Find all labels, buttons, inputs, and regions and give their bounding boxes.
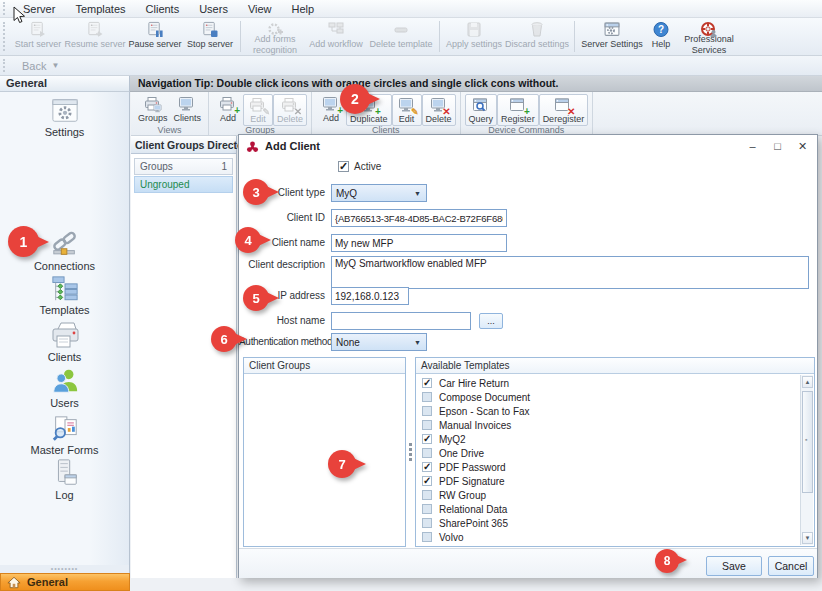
active-checkbox[interactable] [338, 161, 349, 172]
template-checkbox[interactable] [422, 504, 432, 514]
query-button[interactable]: Query [465, 94, 498, 126]
client-id-input[interactable] [331, 209, 507, 227]
views-groups-button[interactable]: Groups [135, 94, 171, 124]
minimize-button[interactable]: – [740, 135, 765, 157]
client-name-input[interactable] [331, 234, 507, 252]
menu-help[interactable]: Help [283, 1, 324, 17]
template-row[interactable]: SharePoint 365 [416, 516, 814, 530]
save-button[interactable]: Save [706, 556, 762, 576]
clients-icon [49, 320, 81, 350]
discard-settings-button[interactable]: Discard settings [504, 18, 570, 55]
template-checkbox[interactable] [422, 406, 432, 416]
ip-address-input[interactable] [331, 287, 409, 305]
scrollbar-thumb[interactable] [802, 391, 813, 493]
template-row[interactable]: One Drive [416, 446, 814, 460]
template-label: PDF Signature [439, 476, 505, 487]
groups-edit-button[interactable]: ✎ Edit [243, 94, 273, 126]
template-row[interactable]: Epson - Scan to Fax [416, 404, 814, 418]
sidebar-item-templates[interactable]: Templates [0, 275, 129, 316]
menu-view[interactable]: View [239, 1, 281, 17]
client-type-combobox[interactable]: MyQ ▼ [331, 184, 427, 202]
scroll-up-icon[interactable]: ▲ [802, 376, 813, 388]
sidebar-grip[interactable]: •••••••• [0, 565, 130, 573]
professional-services-button[interactable]: Professional Services [677, 18, 741, 55]
template-checkbox[interactable] [422, 476, 432, 486]
sidebar-footer-general[interactable]: General [0, 573, 130, 591]
ribbon-group-clients: + Add + Duplicate ✎ Edit ✕ Delete Client… [312, 92, 461, 135]
template-checkbox[interactable] [422, 532, 432, 542]
template-row[interactable]: Relational Data [416, 502, 814, 516]
delete-client-icon: ✕ [430, 97, 448, 114]
template-row[interactable]: Car Hire Return [416, 376, 814, 390]
server-settings-button[interactable]: Server Settings [579, 18, 645, 55]
authentication-method-combobox[interactable]: None ▼ [331, 333, 427, 351]
menu-clients[interactable]: Clients [137, 1, 189, 17]
pause-server-icon [146, 21, 164, 38]
apply-settings-button[interactable]: Apply settings [444, 18, 504, 55]
clients-edit-button[interactable]: ✎ Edit [392, 94, 422, 126]
clients-delete-button[interactable]: ✕ Delete [422, 94, 456, 126]
available-templates-list: Car Hire ReturnCompose DocumentEpson - S… [416, 374, 814, 544]
client-description-input[interactable]: MyQ Smartworkflow enabled MFP [331, 256, 809, 289]
template-label: Relational Data [439, 504, 507, 515]
add-forms-recognition-button[interactable]: Add forms recognition [245, 18, 305, 55]
views-clients-button[interactable]: Clients [171, 94, 205, 124]
template-checkbox[interactable] [422, 378, 432, 388]
close-button[interactable]: ✕ [790, 135, 815, 157]
menu-templates[interactable]: Templates [66, 1, 134, 17]
client-groups-list[interactable] [244, 374, 405, 545]
sidebar-item-log[interactable]: Log [0, 458, 129, 501]
template-label: One Drive [439, 448, 484, 459]
template-checkbox[interactable] [422, 490, 432, 500]
template-row[interactable]: Compose Document [416, 390, 814, 404]
template-checkbox[interactable] [422, 420, 432, 430]
delete-template-button[interactable]: Delete template [367, 18, 435, 55]
template-checkbox[interactable] [422, 448, 432, 458]
template-label: PDF Password [439, 462, 506, 473]
navigation-tip: Navigation Tip: Double click icons with … [130, 76, 822, 92]
template-row[interactable]: PDF Signature [416, 474, 814, 488]
template-row[interactable]: Volvo [416, 530, 814, 544]
groups-view-icon [144, 96, 162, 113]
groups-add-button[interactable]: + Add [213, 94, 243, 124]
deregister-button[interactable]: ✕ Deregister [539, 94, 589, 126]
settings-icon [50, 97, 80, 125]
sidebar-item-master-forms[interactable]: Master Forms [0, 415, 129, 456]
menu-users[interactable]: Users [190, 1, 237, 17]
sidebar-item-users[interactable]: Users [0, 366, 129, 409]
templates-icon [50, 275, 80, 303]
panel-splitter[interactable] [407, 357, 414, 547]
menu-bar: Server Templates Clients Users View Help [0, 0, 822, 18]
sidebar-item-clients[interactable]: Clients [0, 320, 129, 363]
template-row[interactable]: MyQ2 [416, 432, 814, 446]
template-row[interactable]: PDF Password [416, 460, 814, 474]
groups-delete-button[interactable]: ✕ Delete [273, 94, 307, 126]
host-name-input[interactable] [331, 312, 471, 330]
host-name-browse-button[interactable]: ... [479, 313, 503, 329]
scroll-down-icon[interactable]: ▼ [802, 532, 813, 544]
register-button[interactable]: + Register [497, 94, 539, 126]
template-label: SharePoint 365 [439, 518, 508, 529]
template-checkbox[interactable] [422, 518, 432, 528]
back-button[interactable]: Back ▼ [14, 59, 67, 73]
maximize-button[interactable]: □ [765, 135, 790, 157]
template-row[interactable]: Manual Invoices [416, 418, 814, 432]
template-label: Volvo [439, 532, 463, 543]
resume-server-button[interactable]: Resume server [64, 18, 126, 55]
directory-groups-header[interactable]: Groups 1 [134, 158, 233, 175]
group-row-ungrouped[interactable]: Ungrouped [134, 176, 233, 193]
navigation-bar: Back ▼ [0, 56, 822, 76]
help-button[interactable]: ? Help [645, 18, 677, 55]
template-checkbox[interactable] [422, 434, 432, 444]
stop-server-button[interactable]: Stop server [184, 18, 236, 55]
pause-server-button[interactable]: Pause server [126, 18, 184, 55]
template-checkbox[interactable] [422, 392, 432, 402]
active-label: Active [354, 161, 381, 172]
templates-scrollbar[interactable]: ▲ ▼ [800, 375, 813, 545]
add-workflow-button[interactable]: Add workflow [305, 18, 367, 55]
template-checkbox[interactable] [422, 462, 432, 472]
sidebar-item-settings[interactable]: Settings [0, 97, 129, 138]
template-row[interactable]: RW Group [416, 488, 814, 502]
cancel-button[interactable]: Cancel [768, 556, 814, 576]
dialog-titlebar[interactable]: Add Client [239, 135, 817, 157]
